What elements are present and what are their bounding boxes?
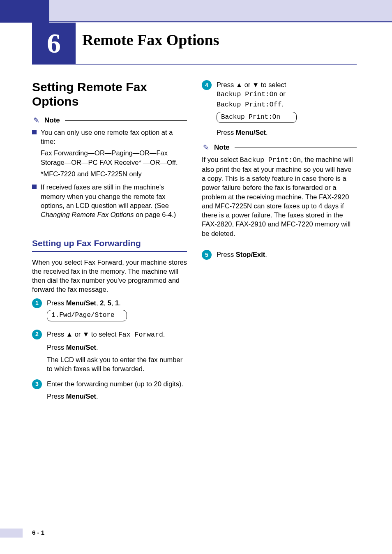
chapter-underline — [32, 64, 357, 65]
lcd-text: Backup Print:Off — [217, 101, 281, 108]
t: , — [104, 299, 107, 307]
step-text: Press ▲ or ▼ to select Backup Print:On o… — [217, 80, 357, 109]
t: . — [96, 392, 98, 400]
t: Press — [217, 251, 236, 258]
text: on page 6-4.) — [134, 211, 176, 218]
key: Menu/Set — [66, 344, 96, 351]
t: Press — [47, 299, 66, 307]
content-area: Setting Remote Fax Options Note You can … — [32, 80, 357, 406]
bullet-line: Fax Forwarding—OR—Paging—OR—Fax Storage—… — [41, 148, 187, 167]
step-text: Enter the forwarding number (up to 20 di… — [47, 379, 187, 388]
chapter-number-box: 6 — [32, 23, 76, 64]
t: . — [119, 299, 121, 307]
t: Press ▲ or ▼ to select — [47, 330, 118, 338]
note-rule — [235, 148, 357, 148]
step-item: 1 Press Menu/Set, 2, 5, 1. 1.Fwd/Page/St… — [32, 298, 187, 324]
t: Press — [217, 129, 236, 136]
key: Menu/Set — [66, 299, 96, 307]
footer-color-strip — [0, 529, 23, 538]
step-text: The LCD will ask you to enter the fax nu… — [47, 355, 187, 374]
subsection-underline — [32, 251, 187, 252]
t: . — [265, 251, 267, 258]
t: . — [96, 344, 98, 351]
chapter-number: 6 — [47, 27, 61, 60]
note-bullet: You can only use one remote fax option a… — [32, 128, 187, 178]
square-bullet-icon — [32, 185, 37, 189]
note-label: Note — [44, 116, 60, 125]
top-banner — [0, 0, 392, 23]
step-body: Enter the forwarding number (up to 20 di… — [47, 379, 187, 401]
t: . — [163, 330, 165, 338]
step-text: Press ▲ or ▼ to select Fax Forward. — [47, 330, 187, 339]
key: Stop/Exit — [236, 251, 265, 258]
t: Press — [47, 344, 66, 351]
note-bullet: If received faxes are still in the machi… — [32, 182, 187, 219]
t: , — [96, 299, 100, 307]
pencil-icon — [202, 143, 212, 152]
note-body: If you select Backup Print:On, the machi… — [202, 155, 357, 238]
t: Press — [47, 392, 66, 400]
step-item: 5 Press Stop/Exit. — [202, 250, 357, 260]
note-rule — [65, 120, 187, 121]
section-heading: Setting Remote Fax Options — [32, 80, 187, 108]
bullet-text: You can only use one remote fax option a… — [41, 128, 187, 178]
step-body: Press Menu/Set, 2, 5, 1. 1.Fwd/Page/Stor… — [47, 298, 187, 324]
t: Press ▲ or ▼ to select — [217, 81, 286, 88]
lcd-text: Fax Forward — [118, 331, 163, 339]
t: or — [278, 90, 286, 97]
chapter-title: Remote Fax Options — [82, 31, 219, 49]
note-label: Note — [214, 143, 230, 152]
t: , — [111, 299, 115, 307]
lcd-display: 1.Fwd/Page/Store — [47, 310, 127, 321]
step-number-badge: 3 — [32, 379, 42, 389]
step-number-badge: 5 — [202, 250, 212, 260]
note-header: Note — [32, 116, 187, 125]
key: Menu/Set — [66, 392, 96, 400]
step-body: Press Stop/Exit. — [217, 250, 357, 260]
intro-paragraph: When you select Fax Forward, your machin… — [32, 258, 187, 294]
step-number-badge: 2 — [32, 330, 42, 339]
left-color-strip — [0, 0, 49, 23]
subsection-heading: Setting up Fax Forwarding — [32, 238, 187, 249]
lcd-display: Backup Print:On — [217, 112, 297, 123]
lcd-text: Backup Print:On — [217, 90, 278, 98]
t: If you select — [202, 156, 240, 163]
step-item: 4 Press ▲ or ▼ to select Backup Print:On… — [202, 80, 357, 137]
t: . — [281, 100, 284, 108]
bullet-text: If received faxes are still in the machi… — [41, 182, 187, 219]
key: Menu/Set — [236, 129, 266, 136]
bullet-line: You can only use one remote fax option a… — [41, 128, 187, 146]
square-bullet-icon — [32, 130, 37, 134]
text: If received faxes are still in the machi… — [41, 183, 169, 209]
cross-reference: Changing Remote Fax Options — [41, 211, 134, 218]
banner-rule — [49, 21, 392, 22]
key: 1 — [115, 299, 119, 307]
step-item: 3 Enter the forwarding number (up to 20 … — [32, 379, 187, 401]
step-text: Press Menu/Set, 2, 5, 1. — [47, 298, 187, 307]
t: . — [266, 129, 268, 136]
page-number: 6 - 1 — [32, 529, 44, 536]
lcd-text: Backup Print:On — [240, 156, 301, 164]
pencil-icon — [32, 116, 42, 125]
right-column: 4 Press ▲ or ▼ to select Backup Print:On… — [202, 80, 357, 406]
step-number-badge: 4 — [202, 80, 212, 90]
step-text: Press Menu/Set. — [47, 392, 187, 401]
note-end-rule — [202, 244, 357, 244]
note-header: Note — [202, 143, 357, 152]
step-item: 2 Press ▲ or ▼ to select Fax Forward. Pr… — [32, 330, 187, 374]
left-column: Setting Remote Fax Options Note You can … — [32, 80, 187, 406]
step-text: Press Menu/Set. — [217, 128, 357, 137]
t: , the machine will also print the fax at… — [202, 156, 353, 237]
step-number-badge: 1 — [32, 298, 42, 308]
step-body: Press ▲ or ▼ to select Backup Print:On o… — [217, 80, 357, 137]
key: 5 — [108, 299, 111, 307]
bullet-line: *MFC-7220 and MFC-7225N only — [41, 169, 187, 178]
note-end-rule — [32, 225, 187, 225]
step-text: Press Menu/Set. — [47, 343, 187, 352]
step-body: Press ▲ or ▼ to select Fax Forward. Pres… — [47, 330, 187, 374]
